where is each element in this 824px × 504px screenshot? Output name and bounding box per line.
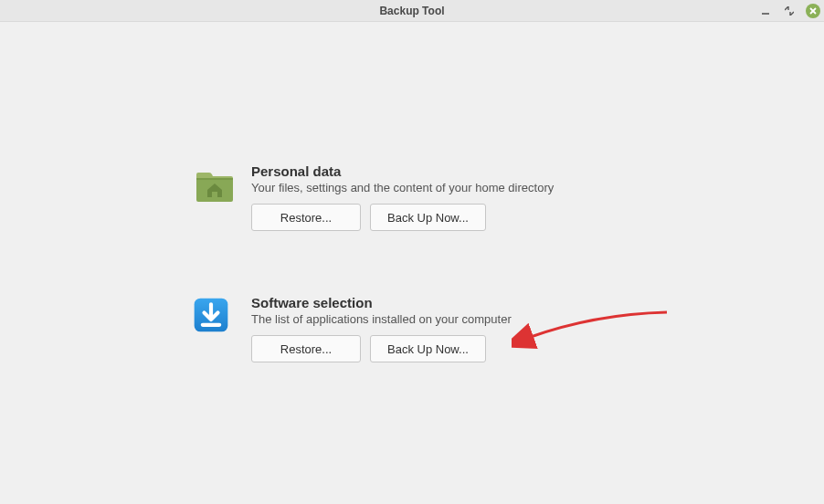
window-title: Backup Tool xyxy=(379,5,444,17)
software-backup-button[interactable]: Back Up Now... xyxy=(370,335,486,362)
svg-rect-4 xyxy=(196,178,233,180)
software-restore-button[interactable]: Restore... xyxy=(251,335,361,362)
personal-restore-button[interactable]: Restore... xyxy=(251,204,361,231)
software-buttons: Restore... Back Up Now... xyxy=(251,335,631,362)
personal-backup-button[interactable]: Back Up Now... xyxy=(370,204,486,231)
section-personal-body: Personal data Your files, settings and t… xyxy=(251,163,631,231)
section-software: Software selection The list of applicati… xyxy=(193,295,631,362)
section-personal-data: Personal data Your files, settings and t… xyxy=(193,163,631,231)
content: Personal data Your files, settings and t… xyxy=(0,22,824,504)
personal-desc: Your files, settings and the content of … xyxy=(251,181,631,194)
download-icon xyxy=(193,297,237,341)
close-button[interactable] xyxy=(806,4,820,18)
personal-buttons: Restore... Back Up Now... xyxy=(251,204,631,231)
titlebar: Backup Tool xyxy=(0,0,824,22)
software-desc: The list of applications installed on yo… xyxy=(251,312,631,326)
section-software-body: Software selection The list of applicati… xyxy=(251,295,631,362)
svg-rect-5 xyxy=(212,192,217,197)
maximize-button[interactable] xyxy=(782,4,797,18)
folder-home-icon xyxy=(193,165,237,209)
window-controls xyxy=(758,0,820,22)
minimize-button[interactable] xyxy=(758,4,773,18)
software-title: Software selection xyxy=(251,295,631,310)
personal-title: Personal data xyxy=(251,163,631,179)
